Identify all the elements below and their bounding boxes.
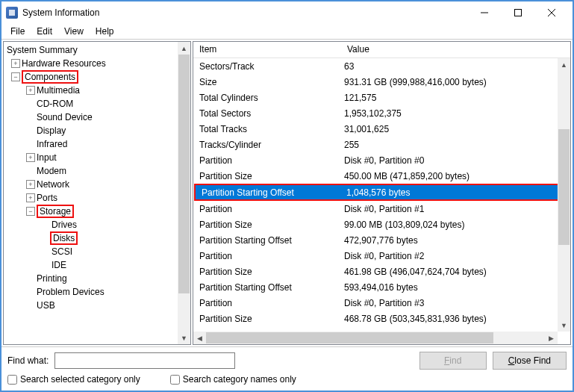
tree-sound-device[interactable]: Sound Device: [4, 111, 190, 124]
tree-problem-devices[interactable]: Problem Devices: [4, 285, 190, 299]
list-row[interactable]: Total Tracks31,001,625: [193, 121, 570, 137]
list-header: Item Value: [193, 42, 570, 58]
menu-help[interactable]: Help: [90, 25, 120, 38]
value-cell: 593,494,016 bytes: [341, 282, 570, 293]
list-row[interactable]: PartitionDisk #0, Partition #2: [193, 248, 570, 264]
menu-view[interactable]: View: [58, 25, 90, 38]
list-row[interactable]: Total Cylinders121,575: [193, 90, 570, 105]
item-cell: Partition Size: [193, 267, 341, 277]
scroll-down-arrow[interactable]: ▼: [178, 332, 190, 344]
list-vscrollbar[interactable]: ▲ ▼: [558, 58, 570, 332]
item-cell: Total Sectors: [193, 108, 341, 119]
maximize-button[interactable]: [501, 2, 534, 23]
find-label: Find what:: [7, 355, 49, 366]
tree-multimedia[interactable]: +Multimedia: [4, 84, 190, 97]
list-row[interactable]: Partition Starting Offset1,048,576 bytes: [196, 185, 564, 199]
collapse-icon[interactable]: −: [11, 72, 20, 81]
value-cell: 468.78 GB (503,345,831,936 bytes): [341, 314, 570, 324]
value-cell: 931.31 GB (999,988,416,000 bytes): [341, 77, 570, 87]
value-cell: 63: [341, 61, 570, 72]
list-row[interactable]: Partition Starting Offset593,494,016 byt…: [193, 279, 570, 295]
list-row[interactable]: Tracks/Cylinder255: [193, 137, 570, 152]
close-find-button[interactable]: Close Find: [493, 352, 567, 370]
list-row[interactable]: PartitionDisk #0, Partition #1: [193, 201, 570, 217]
tree-ports[interactable]: +Ports: [4, 191, 190, 205]
expand-icon[interactable]: +: [26, 86, 35, 95]
find-input[interactable]: [54, 352, 234, 369]
list-row[interactable]: Partition Starting Offset472,907,776 byt…: [193, 232, 570, 248]
minimize-button[interactable]: [467, 2, 501, 23]
scroll-down-arrow[interactable]: ▼: [558, 319, 570, 332]
tree-components[interactable]: −Components: [4, 70, 190, 84]
expand-icon[interactable]: +: [11, 59, 20, 68]
value-cell: 472,907,776 bytes: [341, 235, 570, 246]
item-cell: Partition: [193, 204, 341, 214]
list-row[interactable]: Partition Size468.78 GB (503,345,831,936…: [193, 311, 570, 326]
col-item-header[interactable]: Item: [193, 42, 341, 57]
tree-scrollbar[interactable]: ▲ ▼: [178, 42, 190, 344]
value-cell: 99.00 MB (103,809,024 bytes): [341, 220, 570, 230]
collapse-icon[interactable]: −: [26, 207, 35, 216]
tree-display[interactable]: Display: [4, 124, 190, 137]
find-button[interactable]: Find: [419, 352, 487, 370]
value-cell: 1,048,576 bytes: [343, 187, 564, 198]
menu-edit[interactable]: Edit: [31, 25, 58, 38]
tree-storage[interactable]: −Storage: [4, 205, 190, 218]
list-pane: Item Value Sectors/Track63Size931.31 GB …: [193, 41, 571, 345]
list-row-selected-highlight: Partition Starting Offset1,048,576 bytes: [194, 184, 566, 201]
item-cell: Tracks/Cylinder: [193, 140, 341, 150]
tree-scsi[interactable]: SCSI: [4, 245, 190, 258]
tree-disks[interactable]: Disks: [4, 231, 190, 245]
tree-cdrom[interactable]: CD-ROM: [4, 97, 190, 111]
item-cell: Total Tracks: [193, 124, 341, 134]
list-row[interactable]: PartitionDisk #0, Partition #0: [193, 152, 570, 168]
list-hscroll-thumb[interactable]: [206, 332, 493, 343]
item-cell: Partition Starting Offset: [196, 187, 343, 198]
value-cell: Disk #0, Partition #1: [341, 204, 570, 214]
tree-modem[interactable]: Modem: [4, 164, 190, 178]
value-cell: 121,575: [341, 93, 570, 103]
tree-input[interactable]: +Input: [4, 151, 190, 164]
tree-scroll-thumb[interactable]: [178, 55, 190, 293]
expand-icon[interactable]: +: [26, 153, 35, 162]
svg-rect-0: [9, 10, 15, 16]
tree-infrared[interactable]: Infrared: [4, 137, 190, 151]
close-button[interactable]: [534, 2, 568, 23]
search-names-checkbox[interactable]: Search category names only: [170, 374, 296, 385]
scroll-up-arrow[interactable]: ▲: [558, 58, 570, 71]
tree-network[interactable]: +Network: [4, 178, 190, 191]
col-value-header[interactable]: Value: [341, 42, 570, 57]
scroll-up-arrow[interactable]: ▲: [178, 42, 190, 55]
expand-icon[interactable]: +: [26, 180, 35, 189]
item-cell: Partition Size: [193, 220, 341, 230]
tree-drives[interactable]: Drives: [4, 218, 190, 231]
item-cell: Size: [193, 77, 341, 87]
menu-bar: File Edit View Help: [1, 24, 573, 39]
item-cell: Partition Size: [193, 314, 341, 324]
list-row[interactable]: Sectors/Track63: [193, 58, 570, 74]
item-cell: Partition Starting Offset: [193, 235, 341, 246]
search-selected-checkbox[interactable]: Search selected category only: [7, 374, 140, 385]
expand-icon[interactable]: +: [26, 193, 35, 202]
tree-printing[interactable]: Printing: [4, 272, 190, 285]
list-hscrollbar[interactable]: ◀ ▶: [193, 332, 558, 344]
list-row[interactable]: Total Sectors1,953,102,375: [193, 105, 570, 121]
list-row[interactable]: Partition Size450.00 MB (471,859,200 byt…: [193, 168, 570, 184]
list-row[interactable]: PartitionDisk #0, Partition #3: [193, 295, 570, 311]
list-row[interactable]: Partition Size99.00 MB (103,809,024 byte…: [193, 217, 570, 232]
list-row[interactable]: Size931.31 GB (999,988,416,000 bytes): [193, 74, 570, 90]
tree-usb[interactable]: USB: [4, 299, 190, 312]
scroll-right-arrow[interactable]: ▶: [545, 332, 558, 344]
item-cell: Partition: [193, 155, 341, 166]
scroll-left-arrow[interactable]: ◀: [193, 332, 206, 344]
menu-file[interactable]: File: [4, 25, 31, 38]
value-cell: 450.00 MB (471,859,200 bytes): [341, 171, 570, 181]
value-cell: 255: [341, 140, 570, 150]
tree-hardware-resources[interactable]: +Hardware Resources: [4, 57, 190, 70]
tree-ide[interactable]: IDE: [4, 258, 190, 272]
tree-system-summary[interactable]: System Summary: [4, 43, 190, 57]
tree-pane: System Summary +Hardware Resources −Comp…: [3, 41, 191, 345]
list-row[interactable]: Partition Size461.98 GB (496,047,624,704…: [193, 264, 570, 279]
title-bar: System Information: [1, 1, 573, 24]
list-vscroll-thumb[interactable]: [558, 129, 570, 245]
